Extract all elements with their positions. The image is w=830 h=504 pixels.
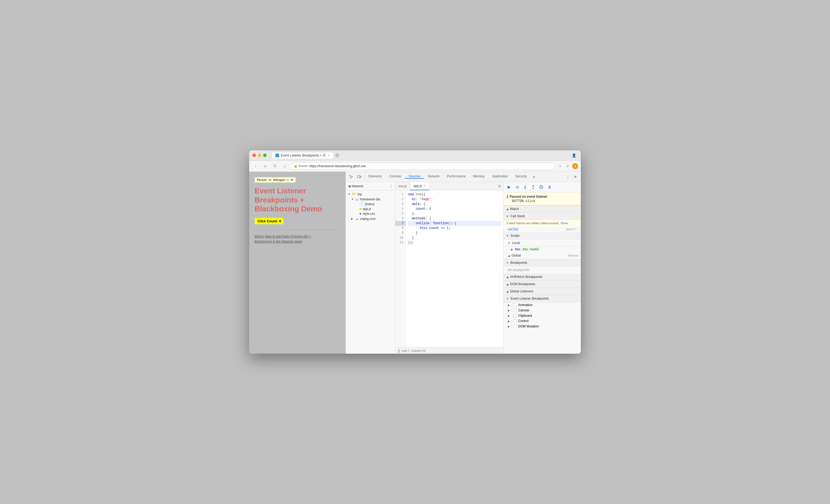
close-button[interactable]	[252, 154, 256, 157]
step-over-button[interactable]	[514, 184, 521, 190]
scope-this[interactable]: ▶ this : this: Vue$3	[504, 247, 581, 252]
home-button[interactable]: ⌂	[281, 162, 288, 170]
url-bar[interactable]: 🔒 Secure https://framework-blackboxing.g…	[290, 162, 555, 170]
code-content[interactable]: new Vue({ el: '#app', data: { count: 0 }…	[406, 190, 503, 347]
stack-frame-onclick[interactable]: onClick app.js:7	[504, 226, 581, 232]
tab-console[interactable]: Console	[386, 175, 405, 179]
whats-new-link[interactable]: What's New In DevTools (Chrome 66) >	[255, 234, 340, 239]
paused-notice-text: Paused on event listener	[510, 195, 547, 198]
section-dom-breakpoints[interactable]: ▶ DOM Breakpoints	[504, 281, 581, 288]
tree-item-index[interactable]: 📄 (index)	[346, 202, 395, 207]
resume-button[interactable]: ▶	[506, 184, 513, 190]
section-callstack[interactable]: ▼ Call Stack	[504, 213, 581, 220]
device-toggle-icon[interactable]	[356, 174, 362, 180]
tab-network[interactable]: Network	[424, 175, 443, 179]
tree-item-top[interactable]: ▼ 📁 top	[346, 192, 395, 197]
devtools-icons	[346, 172, 365, 182]
tab-application[interactable]: Application	[488, 175, 512, 179]
breakpoints-title: Breakpoints	[510, 261, 527, 264]
inspect-element-icon[interactable]	[348, 174, 354, 180]
evt-dom-mutation[interactable]: ▶ DOM Mutation	[504, 324, 581, 329]
deactivate-breakpoints-icon[interactable]	[538, 184, 545, 190]
section-event-listener-bp[interactable]: ▼ Event Listener Breakpoints	[504, 295, 581, 302]
sidebar-nav-icon[interactable]: ◀	[348, 184, 351, 188]
editor-tab-vuejs[interactable]: vue.js	[395, 182, 410, 190]
paused-notice: ℹ Paused on event listener BUTTON.click	[504, 192, 581, 206]
tab-close-button[interactable]: ✕	[327, 154, 330, 157]
code-editor[interactable]: 1 2 3 4 5 6 7 8 9 10 11	[395, 190, 503, 347]
section-local[interactable]: ▼ Local	[504, 240, 581, 247]
canvas-checkbox[interactable]	[513, 309, 517, 312]
xhr-arrow-icon: ▶	[506, 276, 509, 278]
editor-toggle-icon[interactable]: ⊙	[496, 184, 503, 188]
evt-animation[interactable]: ▶ Animation	[504, 302, 581, 308]
clipboard-checkbox[interactable]	[513, 314, 517, 318]
section-xhr-breakpoints[interactable]: ▶ XHR/fetch Breakpoints	[504, 274, 581, 281]
xhr-title: XHR/fetch Breakpoints	[510, 275, 542, 279]
bookmark-icon[interactable]: ☆	[557, 163, 563, 169]
user-icon[interactable]: 👤	[570, 152, 578, 159]
tab-sources[interactable]: Sources	[405, 175, 424, 179]
section-global-listeners[interactable]: ▶ Global Listeners	[504, 288, 581, 295]
editor-tab-appjs-close[interactable]: ✕	[423, 184, 426, 188]
section-breakpoints[interactable]: ▼ Breakpoints	[504, 259, 581, 266]
debug-controls: ▶ ⏸	[504, 182, 581, 192]
tab-performance[interactable]: Performance	[443, 175, 469, 179]
code-line-7: onClick: function() {	[408, 221, 501, 226]
watch-arrow-icon: ▶	[506, 208, 509, 210]
maximize-button[interactable]	[263, 154, 266, 157]
dom-bp-arrow-icon: ▶	[506, 283, 509, 285]
forward-button[interactable]: ›	[261, 162, 269, 170]
browser-tab[interactable]: Event Listener Breakpoints + ☰ ✕	[272, 152, 334, 159]
line-num-5: 5	[395, 211, 406, 216]
tab-title: Event Listener Breakpoints + ☰	[281, 154, 326, 157]
editor-status-bar: {} Line 7, Column 22	[395, 347, 503, 354]
tree-item-stylecss[interactable]: ■ style.css	[346, 211, 395, 216]
tree-label-framework: framework-bla	[360, 197, 380, 201]
new-tab-button[interactable]: +	[335, 153, 340, 158]
evt-canvas[interactable]: ▶ Canvas	[504, 308, 581, 313]
callstack-show-link[interactable]: Show	[561, 221, 568, 225]
reload-button[interactable]: ↻	[271, 162, 279, 170]
pause-on-exception-icon[interactable]: ⏸	[546, 184, 553, 190]
more-tabs-button[interactable]: »	[531, 175, 537, 179]
tree-arrow-framework: ▼	[351, 198, 354, 201]
blackboxing-link[interactable]: Blackboxing in the Network panel	[255, 240, 340, 244]
step-out-button[interactable]	[530, 184, 537, 190]
code-line-4: count: 0	[408, 207, 501, 211]
scope-arrow-icon: ▼	[506, 234, 509, 237]
editor-tab-appjs[interactable]: app.js ✕	[410, 182, 429, 190]
watch-title: Watch	[510, 207, 519, 211]
devtools-menu-icon[interactable]: ⋮	[565, 174, 571, 180]
section-watch[interactable]: ▶ Watch	[504, 206, 581, 213]
tree-item-unpkg[interactable]: ▶ ☁ unpkg.com	[346, 216, 395, 221]
section-global[interactable]: ▶ Global Window	[504, 252, 581, 259]
stack-frame-loc: app.js:7	[566, 227, 576, 231]
line-num-1: 1	[395, 192, 406, 197]
line-num-8: 8	[395, 226, 406, 230]
tab-elements[interactable]: Elements	[365, 175, 386, 179]
tab-security[interactable]: Security	[512, 175, 531, 179]
back-button[interactable]: ‹	[252, 162, 259, 170]
network-tab-label[interactable]: Network	[352, 184, 363, 188]
dom-mutation-checkbox[interactable]	[513, 325, 517, 328]
svg-rect-1	[360, 176, 361, 178]
line-num-9: 9	[395, 230, 406, 235]
evt-control[interactable]: ▶ Control	[504, 318, 581, 324]
step-into-button[interactable]	[522, 184, 529, 190]
animation-checkbox[interactable]	[513, 303, 517, 307]
user-account-icon[interactable]: A	[572, 163, 578, 169]
tree-item-framework[interactable]: ▼ ☁ framework-bla	[346, 197, 395, 202]
evt-clipboard[interactable]: ▶ Clipboard	[504, 313, 581, 318]
dom-mutation-label: DOM Mutation	[518, 324, 539, 328]
format-icon[interactable]: {}	[398, 349, 400, 353]
sidebar-more-icon[interactable]: ⋮	[389, 184, 393, 188]
minimize-button[interactable]	[258, 154, 261, 157]
extension-icon[interactable]: ✓	[565, 163, 571, 169]
tab-memory[interactable]: Memory	[469, 175, 488, 179]
section-scope[interactable]: ▼ Scope	[504, 232, 581, 240]
tree-item-appjs[interactable]: ■ app.js	[346, 207, 395, 211]
info-icon: ℹ	[507, 194, 508, 199]
devtools-close-icon[interactable]: ✕	[572, 174, 579, 180]
control-checkbox[interactable]	[513, 319, 517, 323]
